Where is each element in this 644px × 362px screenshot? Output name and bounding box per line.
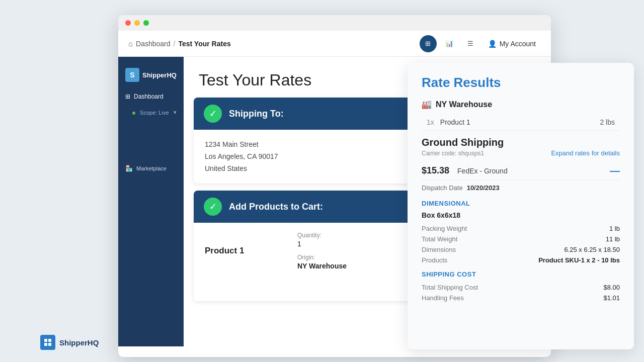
user-icon: 👤 [488, 40, 497, 48]
svg-rect-2 [44, 343, 47, 346]
breadcrumb-home[interactable]: Dashboard [136, 40, 171, 48]
dispatch-label: Dispatch Date [422, 184, 463, 192]
breadcrumb-current: Test Your Rates [178, 40, 230, 48]
rate-price: $15.38 [422, 165, 449, 176]
sidebar-item-marketplace[interactable]: 🏪 Marketplace [118, 160, 184, 177]
shipping-check-icon: ✓ [204, 105, 222, 123]
sidebar-dashboard-label: Dashboard [134, 93, 164, 100]
product-line: 1x Product 1 2 lbs [422, 114, 620, 131]
sidebar-scope-label: Scope: Live [140, 110, 169, 116]
sidebar-logo-icon: S [125, 68, 139, 82]
bottom-logo: ShipperHQ [40, 335, 99, 350]
products-check-icon: ✓ [204, 198, 222, 216]
scope-dot [132, 112, 135, 115]
svg-rect-0 [44, 339, 47, 342]
svg-rect-3 [48, 343, 51, 346]
my-account-button[interactable]: 👤 My Account [483, 37, 541, 50]
sidebar-marketplace-label: Marketplace [136, 165, 167, 171]
rate-row: $15.38 FedEx - Ground — [422, 162, 620, 180]
handling-fees-row: Handling Fees $1.01 [422, 293, 620, 303]
product-qty: 1x [427, 118, 434, 126]
total-shipping-row: Total Shipping Cost $8.00 [422, 282, 620, 293]
shipping-card-title: Shipping To: [229, 109, 284, 119]
total-shipping-label: Total Shipping Cost [422, 284, 478, 291]
address-line2: Los Angeles, CA 90017 [205, 151, 278, 163]
sidebar-item-scope[interactable]: Scope: Live ▾ [118, 105, 184, 120]
bottom-logo-text: ShipperHQ [59, 338, 99, 347]
dimensions-row: Dimensions 6.25 x 6.25 x 18.50 [422, 244, 620, 255]
shipping-cost-label: SHIPPING COST [422, 270, 620, 278]
topnav-right: ⊞ 📊 ☰ 👤 My Account [420, 35, 541, 52]
products-value: Product SKU-1 x 2 - 10 lbs [538, 256, 620, 264]
breadcrumb-separator: / [174, 40, 176, 48]
marketplace-icon: 🏪 [125, 165, 133, 172]
browser-titlebar [118, 15, 551, 31]
expand-rates-link[interactable]: Expand rates for details [551, 149, 620, 157]
total-weight-row: Total Weight 11 lb [422, 234, 620, 244]
rate-product-weight: 2 lbs [600, 118, 615, 126]
address-line3: United States [205, 163, 278, 175]
dimensions-label: Dimensions [422, 246, 456, 253]
carrier-code-row: Carrier code: shqusps1 Expand rates for … [422, 149, 620, 157]
quantity-label: Quantity: [297, 232, 413, 239]
rate-results-panel: Rate Results 🏭 NY Warehouse 1x Product 1… [408, 63, 634, 349]
dispatch-row: Dispatch Date 10/20/2023 [422, 184, 620, 192]
svg-rect-1 [48, 339, 51, 342]
sidebar-item-dashboard[interactable]: ⊞ Dashboard [118, 88, 184, 105]
packing-weight-value: 1 lb [609, 225, 620, 232]
rate-results-title: Rate Results [422, 75, 620, 90]
shipping-method-title: Ground Shipping [422, 137, 620, 148]
shipping-address: 1234 Main Street Los Angeles, CA 90017 U… [205, 139, 278, 174]
origin-value: NY Warehouse [297, 262, 413, 270]
sidebar-marketplace-area: 🏪 Marketplace [118, 160, 184, 177]
home-icon: ⌂ [128, 39, 133, 48]
dimensional-label: DIMENSIONAL [422, 200, 620, 207]
warehouse-header: 🏭 NY Warehouse [422, 100, 620, 109]
top-nav: ⌂ Dashboard / Test Your Rates ⊞ 📊 ☰ 👤 My… [118, 31, 551, 57]
total-weight-value: 11 lb [606, 235, 620, 243]
products-row: Products Product SKU-1 x 2 - 10 lbs [422, 255, 620, 265]
maximize-dot[interactable] [143, 20, 149, 26]
bottom-logo-icon [40, 335, 55, 350]
minimize-dot[interactable] [134, 20, 140, 26]
origin-col: Origin: NY Warehouse [297, 254, 413, 270]
dashboard-nav-btn[interactable]: ⊞ [420, 35, 437, 52]
warehouse-name: NY Warehouse [436, 100, 492, 109]
products-label: Products [422, 256, 447, 264]
chevron-down-icon: ▾ [174, 109, 177, 116]
warehouse-icon: 🏭 [422, 100, 432, 109]
sidebar-logo: S ShipperHQ [118, 62, 184, 88]
rate-product-name: Product 1 [440, 118, 470, 126]
sidebar-logo-text: ShipperHQ [142, 71, 177, 79]
origin-label: Origin: [297, 254, 413, 261]
rate-minus-icon[interactable]: — [610, 165, 620, 176]
sidebar: S ShipperHQ ⊞ Dashboard Scope: Live ▾ 🏪 … [118, 57, 184, 346]
handling-fees-label: Handling Fees [422, 294, 464, 302]
quantity-value: 1 [297, 240, 413, 248]
menu-nav-btn[interactable]: ☰ [462, 35, 479, 52]
products-card-title: Add Products to Cart: [229, 202, 323, 212]
dimensions-value: 6.25 x 6.25 x 18.50 [564, 246, 620, 253]
product-name: Product 1 [205, 246, 295, 256]
dashboard-icon: ⊞ [125, 93, 130, 100]
chart-icon: 📊 [445, 40, 453, 47]
quantity-col: Quantity: 1 [297, 232, 413, 248]
box-label: Box 6x6x18 [422, 211, 620, 219]
carrier-code-text: Carrier code: shqusps1 [422, 150, 484, 157]
close-dot[interactable] [125, 20, 131, 26]
breadcrumb: ⌂ Dashboard / Test Your Rates [128, 39, 231, 48]
menu-icon: ☰ [467, 40, 473, 47]
total-weight-label: Total Weight [422, 235, 457, 243]
my-account-label: My Account [500, 40, 536, 48]
address-line1: 1234 Main Street [205, 139, 278, 151]
dispatch-date: 10/20/2023 [467, 184, 500, 192]
handling-fees-value: $1.01 [603, 294, 620, 302]
grid-icon: ⊞ [425, 40, 431, 47]
packing-weight-row: Packing Weight 1 lb [422, 223, 620, 234]
rate-carrier: FedEx - Ground [457, 167, 508, 175]
packing-weight-label: Packing Weight [422, 225, 467, 232]
total-shipping-value: $8.00 [603, 284, 620, 291]
chart-nav-btn[interactable]: 📊 [441, 35, 458, 52]
